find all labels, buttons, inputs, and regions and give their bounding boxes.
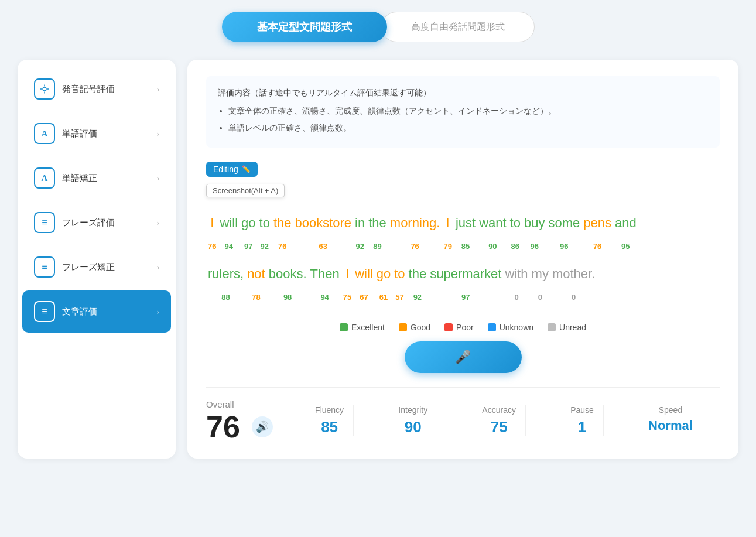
mic-button[interactable]: 🎤: [405, 341, 522, 373]
word-unit[interactable]: the92: [409, 260, 427, 306]
word-text: the: [409, 260, 427, 288]
tab-switcher: 基本定型文問題形式 高度自由発話問題形式: [18, 12, 738, 42]
metric-integrity: Integrity90: [389, 405, 437, 436]
content-panel: 評価内容（話す途中でもリアルタイム評価結果返す可能） 文章全体の正確さ、流暢さ、…: [187, 60, 738, 459]
word-unit[interactable]: to57: [394, 260, 405, 306]
sentence-block: I76will94go97to92the76bookstore63in92the…: [206, 209, 720, 311]
word-unit[interactable]: not78: [247, 260, 265, 306]
word-score: 76: [593, 238, 601, 255]
legend-label-unread: Unread: [559, 323, 586, 332]
word-unit[interactable]: go97: [241, 209, 255, 255]
word-unit[interactable]: just85: [456, 209, 476, 255]
word-text: in: [355, 209, 365, 237]
word-unit[interactable]: the89: [368, 209, 386, 255]
word-unit[interactable]: I76: [208, 209, 216, 255]
sidebar-item-word-eval[interactable]: A単語評価›: [22, 112, 171, 155]
legend-unread: Unread: [548, 323, 586, 332]
legend-dot-unread: [548, 323, 556, 331]
sidebar-item-pronunciation[interactable]: 発音記号評価›: [22, 68, 171, 110]
word-unit[interactable]: will94: [220, 209, 238, 255]
tab-basic[interactable]: 基本定型文問題形式: [222, 12, 387, 42]
chevron-icon-sentence-eval: ›: [157, 307, 159, 316]
word-unit[interactable]: want90: [479, 209, 506, 255]
metric-label-pause: Pause: [570, 405, 594, 415]
word-score: 76: [411, 238, 419, 255]
word-text: the: [273, 209, 292, 237]
legend-dot-unknown: [488, 323, 496, 331]
word-text: not: [247, 260, 265, 288]
word-score: 76: [278, 238, 286, 255]
word-eval-icon: A: [34, 123, 55, 144]
word-unit[interactable]: with0: [505, 260, 528, 306]
sound-icon: 🔊: [256, 420, 269, 433]
word-score: 76: [208, 238, 216, 255]
word-unit[interactable]: books.98: [269, 260, 307, 306]
word-text: mother.: [552, 260, 595, 288]
description-item: 文章全体の正確さ、流暢さ、完成度、韻律点数（アクセント、インドネーションなど）。: [228, 104, 708, 118]
word-unit[interactable]: morning.76: [390, 209, 440, 255]
word-score: 92: [413, 289, 422, 306]
word-score: 95: [621, 238, 630, 255]
word-score: 0: [572, 289, 576, 306]
tab-advanced[interactable]: 高度自由発話問題形式: [381, 12, 535, 42]
sound-button[interactable]: 🔊: [252, 416, 273, 437]
word-unit[interactable]: and95: [615, 209, 637, 255]
metric-label-accuracy: Accuracy: [482, 405, 516, 415]
metric-value-fluency: 85: [321, 418, 338, 436]
word-unit[interactable]: will67: [355, 260, 373, 306]
word-score: 67: [360, 289, 368, 306]
word-text: pens: [583, 209, 611, 237]
word-text: Then: [310, 260, 340, 288]
word-unit[interactable]: Then94: [310, 260, 340, 306]
chevron-icon-phrase-correction: ›: [157, 263, 159, 272]
word-text: the: [368, 209, 386, 237]
screenshot-tooltip: Screenshot(Alt + A): [206, 184, 285, 197]
word-score: 88: [221, 289, 230, 306]
word-score: 86: [511, 238, 519, 255]
word-text: my: [532, 260, 549, 288]
sidebar-item-phrase-eval[interactable]: ≡フレーズ評価›: [22, 201, 171, 244]
word-unit[interactable]: I79: [443, 209, 451, 255]
description-list: 文章全体の正確さ、流暢さ、完成度、韻律点数（アクセント、インドネーションなど）。…: [218, 104, 708, 135]
chevron-icon-word-eval: ›: [157, 129, 159, 138]
word-unit[interactable]: go61: [377, 260, 391, 306]
word-unit[interactable]: to92: [259, 209, 270, 255]
word-unit[interactable]: my0: [532, 260, 549, 306]
word-unit[interactable]: I75: [343, 260, 351, 306]
word-unit[interactable]: supermarket97: [430, 260, 501, 306]
sidebar-item-phrase-correction[interactable]: ≡フレーズ矯正›: [22, 246, 171, 288]
description-item: 単語レベルの正確さ、韻律点数。: [228, 121, 708, 135]
word-unit[interactable]: rulers,88: [208, 260, 244, 306]
sentence-eval-icon: ≡: [34, 301, 55, 322]
word-unit[interactable]: pens76: [583, 209, 611, 255]
word-score: 63: [319, 238, 327, 255]
editing-badge[interactable]: Editing ✏️: [206, 162, 258, 177]
word-text: supermarket: [430, 260, 501, 288]
description-box: 評価内容（話す途中でもリアルタイム評価結果返す可能） 文章全体の正確さ、流暢さ、…: [206, 76, 720, 148]
sidebar-label-phrase-correction: フレーズ矯正: [62, 262, 157, 273]
word-unit[interactable]: in92: [355, 209, 365, 255]
word-text: will: [220, 209, 238, 237]
word-text: want: [479, 209, 506, 237]
word-text: morning.: [390, 209, 440, 237]
word-score: 90: [488, 238, 497, 255]
sidebar-item-sentence-eval[interactable]: ≡文章評価›: [22, 290, 171, 333]
metric-speed: SpeedNormal: [639, 405, 702, 436]
sidebar-label-word-correction: 単語矯正: [62, 173, 157, 184]
word-score: 85: [461, 238, 470, 255]
chevron-icon-word-correction: ›: [157, 174, 159, 183]
word-score: 94: [225, 238, 233, 255]
word-unit[interactable]: buy96: [524, 209, 545, 255]
word-unit[interactable]: bookstore63: [295, 209, 351, 255]
word-score: 97: [244, 238, 252, 255]
word-score: 0: [538, 289, 542, 306]
word-unit[interactable]: the76: [273, 209, 292, 255]
phrase-eval-icon: ≡: [34, 212, 55, 233]
sidebar-item-word-correction[interactable]: A単語矯正›: [22, 157, 171, 199]
editing-label: Editing: [213, 165, 238, 174]
word-text: bookstore: [295, 209, 351, 237]
edit-icon: ✏️: [242, 165, 251, 173]
word-unit[interactable]: to86: [510, 209, 521, 255]
word-unit[interactable]: mother.0: [552, 260, 595, 306]
word-unit[interactable]: some96: [548, 209, 580, 255]
